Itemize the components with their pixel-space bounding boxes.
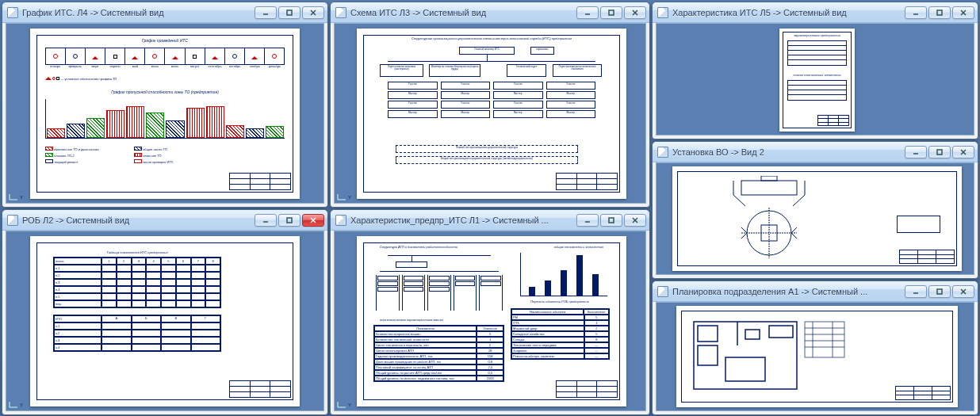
svg-line-33 [733, 195, 745, 206]
drawing-sheet: График проведений ИТС [30, 29, 300, 199]
client-area[interactable]: характеристика предприятия список технич… [656, 23, 974, 135]
client-area[interactable]: Таблица показателей ИТС предприятия пока… [6, 231, 324, 411]
h2: График пропускной способности зоны ТО (п… [37, 90, 293, 94]
maximize-button[interactable] [600, 214, 622, 227]
title-block [899, 250, 955, 264]
svg-rect-1 [287, 10, 292, 15]
svg-rect-13 [609, 10, 614, 15]
client-area[interactable]: График проведений ИТС [6, 23, 324, 204]
window-title: Характеристик_предпр_ИТС Л1 -> Системный… [350, 216, 572, 225]
svg-line-42 [741, 227, 747, 233]
window-planirovka-a1: Планировка подразделения А1 -> Системный… [652, 281, 978, 415]
minimize-button[interactable] [255, 6, 277, 19]
svg-rect-25 [937, 10, 942, 15]
svg-rect-52 [698, 345, 718, 365]
assembly-drawing [686, 176, 884, 259]
title-block [556, 380, 618, 398]
minimize-button[interactable] [576, 214, 599, 227]
maximize-button[interactable] [278, 214, 301, 227]
titlebar[interactable]: Характеристика ИТС Л5 -> Системный вид [653, 2, 978, 23]
drawing-sheet [672, 166, 962, 271]
svg-rect-53 [725, 357, 765, 381]
window-skhema-its-l3: Схема ИТС Л3 -> Системный вид Структурна… [330, 2, 650, 208]
drawing-sheet [676, 306, 958, 407]
window-grafik-its-l4: График ИТС. Л4 -> Системный вид График п… [2, 2, 328, 208]
svg-rect-7 [287, 218, 292, 223]
titlebar[interactable]: График ИТС. Л4 -> Системный вид [2, 2, 327, 23]
svg-rect-19 [609, 218, 614, 223]
titlebar[interactable]: Схема ИТС Л3 -> Системный вид [331, 2, 649, 23]
ucs-icon: Y [336, 401, 351, 409]
window-title: Планировка подразделения А1 -> Системный… [672, 287, 900, 296]
minimize-button[interactable] [905, 285, 927, 298]
svg-rect-51 [698, 326, 718, 342]
document-icon [335, 215, 346, 226]
titlebar[interactable]: Характеристик_предпр_ИТС Л1 -> Системный… [331, 210, 649, 231]
ucs-icon: Y [8, 193, 23, 201]
floor-plan [690, 318, 848, 393]
window-title: Схема ИТС Л3 -> Системный вид [350, 8, 572, 17]
close-button[interactable] [952, 285, 974, 298]
client-area[interactable]: Структура АТП и показатели работоспособн… [334, 231, 646, 411]
svg-rect-37 [761, 176, 777, 181]
h1: График проведений ИТС [37, 38, 293, 43]
close-button[interactable] [952, 6, 974, 19]
document-icon [7, 215, 18, 226]
close-button[interactable] [952, 146, 974, 158]
title-block [817, 115, 849, 126]
minimize-button[interactable] [576, 6, 599, 19]
titlebar[interactable]: Планировка подразделения А1 -> Системный… [653, 281, 978, 302]
svg-line-34 [793, 195, 805, 206]
svg-rect-47 [937, 289, 942, 294]
maximize-button[interactable] [928, 146, 951, 158]
title-block [556, 173, 618, 190]
client-area[interactable]: Структурная организационно-управленческа… [334, 23, 646, 204]
maximize-button[interactable] [278, 6, 301, 19]
ucs-icon: Y [8, 401, 23, 409]
window-ustanovka-vo: Установка ВО -> Вид 2 [652, 141, 978, 279]
drawing-sheet: Таблица показателей ИТС предприятия пока… [30, 236, 300, 406]
document-icon [657, 7, 668, 18]
titlebar[interactable]: РОБ Л2 -> Системный вид [2, 210, 327, 231]
window-rob-l2: РОБ Л2 -> Системный вид Таблица показате… [2, 209, 328, 415]
window-title: РОБ Л2 -> Системный вид [22, 216, 250, 225]
title-block [229, 380, 291, 398]
ucs-icon: Y [336, 193, 351, 201]
window-kharakteristik-predpr-l1: Характеристик_предпр_ИТС Л1 -> Системный… [330, 209, 650, 415]
window-title: Установка ВО -> Вид 2 [672, 147, 900, 157]
title-block [229, 173, 291, 190]
bar-chart [520, 253, 607, 296]
minimize-button[interactable] [255, 214, 277, 227]
svg-rect-56 [745, 330, 760, 339]
window-kharakteristika-its-l5: Характеристика ИТС Л5 -> Системный вид х… [652, 2, 978, 139]
title-block [895, 386, 951, 400]
minimize-button[interactable] [905, 6, 927, 19]
svg-rect-54 [769, 326, 793, 338]
maximize-button[interactable] [928, 285, 951, 298]
client-area[interactable] [656, 162, 974, 275]
maximize-button[interactable] [600, 6, 622, 19]
document-icon [335, 7, 346, 18]
svg-rect-57 [805, 322, 844, 357]
minimize-button[interactable] [905, 146, 927, 158]
window-title: График ИТС. Л4 -> Системный вид [22, 8, 250, 17]
document-icon [7, 7, 18, 18]
titlebar[interactable]: Установка ВО -> Вид 2 [653, 142, 978, 162]
document-icon [657, 286, 668, 297]
svg-rect-29 [937, 150, 942, 155]
drawing-sheet: характеристика предприятия список технич… [779, 29, 855, 132]
svg-line-43 [741, 233, 747, 239]
drawing-sheet: Структура АТП и показатели работоспособн… [357, 236, 626, 406]
window-title: Характеристика ИТС Л5 -> Системный вид [672, 8, 900, 17]
client-area[interactable] [656, 302, 974, 411]
svg-line-45 [791, 233, 797, 239]
close-button[interactable] [302, 214, 324, 227]
document-icon [657, 147, 668, 158]
drawing-sheet: Структурная организационно-управленческа… [357, 29, 626, 199]
close-button[interactable] [624, 6, 646, 19]
svg-line-44 [791, 227, 797, 233]
close-button[interactable] [302, 6, 324, 19]
svg-rect-32 [741, 181, 797, 195]
maximize-button[interactable] [928, 6, 951, 19]
close-button[interactable] [624, 214, 646, 227]
